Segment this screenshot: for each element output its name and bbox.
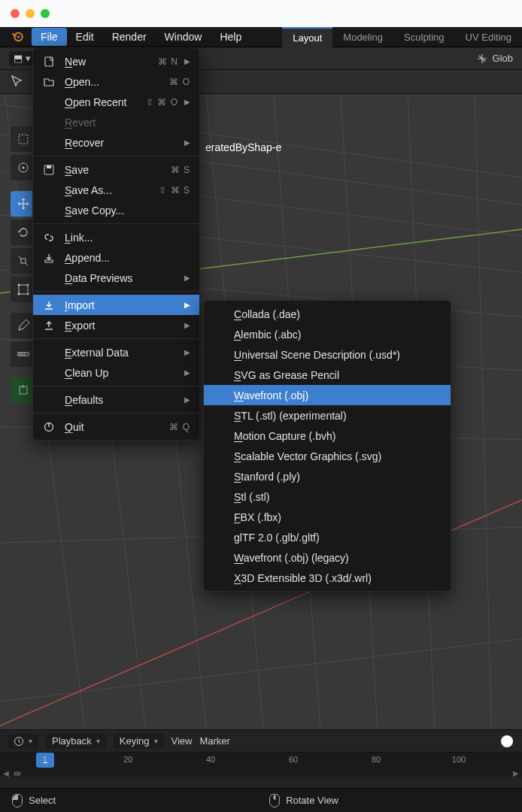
scroll-thumb[interactable] <box>14 771 21 776</box>
timeline-scrollbar[interactable]: ◀ ▶ <box>0 769 522 777</box>
file-menu-clean-up[interactable]: Clean Up▶ <box>33 362 199 383</box>
file-menu-save[interactable]: Save⌘ S <box>33 159 199 180</box>
menu-item-label: Stl (.stl) <box>234 491 420 503</box>
blank-icon <box>42 366 56 380</box>
file-new-icon <box>42 55 56 68</box>
menu-item-label: Recover <box>65 137 178 149</box>
menu-item-label: Save <box>65 164 163 176</box>
submenu-arrow-icon: ▶ <box>184 301 190 309</box>
file-menu-save-as[interactable]: Save As...⇧ ⌘ S <box>33 180 199 200</box>
menu-shortcut: ⌘ O <box>169 77 190 87</box>
mouse-middle-icon <box>269 794 280 807</box>
import-wavefront-obj[interactable]: Wavefront (.obj) <box>204 385 451 405</box>
auto-keying-toggle[interactable] <box>501 735 513 747</box>
import-stl-stl-experimental[interactable]: STL (.stl) (experimental) <box>204 405 451 426</box>
menu-item-label: Save As... <box>65 184 151 196</box>
menu-item-label: Link... <box>65 232 190 244</box>
file-menu-save-copy[interactable]: Save Copy... <box>33 200 199 220</box>
timeline-playback[interactable]: Playback ▾ <box>46 733 106 749</box>
menu-item-label: Open Recent <box>65 96 138 108</box>
workspace-tab-uv-editing[interactable]: UV Editing <box>455 28 522 47</box>
menu-item-label: Motion Capture (.bvh) <box>234 430 420 442</box>
timeline-tick: 80 <box>372 755 381 764</box>
file-menu-recover[interactable]: Recover▶ <box>33 132 199 153</box>
file-menu-external-data[interactable]: External Data▶ <box>33 342 199 362</box>
import-stanford-ply[interactable]: Stanford (.ply) <box>204 466 451 486</box>
close-window-button[interactable] <box>11 9 20 18</box>
submenu-arrow-icon: ▶ <box>184 321 190 329</box>
timeline-editor-type[interactable]: ▾ <box>8 734 38 749</box>
menubar-edit[interactable]: Edit <box>67 28 103 46</box>
svg-rect-32 <box>45 57 53 66</box>
menu-shortcut: ⌘ Q <box>169 422 190 432</box>
import-svg-as-grease-pencil[interactable]: SVG as Grease Pencil <box>204 365 451 385</box>
timeline-marker[interactable]: Marker <box>199 735 229 747</box>
workspace-tab-sculpting[interactable]: Sculpting <box>393 28 454 47</box>
import-collada-dae[interactable]: Collada (.dae) <box>204 304 451 324</box>
workspace-tab-layout[interactable]: Layout <box>282 27 332 47</box>
append-icon <box>42 251 56 265</box>
menu-item-label: FBX (.fbx) <box>234 511 420 523</box>
file-menu-append[interactable]: Append... <box>33 247 199 268</box>
orientation-global[interactable]: Glob <box>476 53 513 65</box>
scroll-left-icon[interactable]: ◀ <box>3 769 9 777</box>
menubar-render[interactable]: Render <box>103 28 156 46</box>
timeline-ruler[interactable]: 1 120406080100 <box>0 753 522 769</box>
menu-item-label: Wavefront (.obj) <box>234 389 420 401</box>
menu-shortcut: ⇧ ⌘ S <box>159 185 190 195</box>
file-menu-export[interactable]: Export▶ <box>33 315 199 335</box>
menu-shortcut: ⇧ ⌘ O <box>146 97 178 108</box>
import-stl-stl[interactable]: Stl (.stl) <box>204 486 451 507</box>
import-scalable-vector-graphics-svg[interactable]: Scalable Vector Graphics (.svg) <box>204 446 451 466</box>
menu-item-label: Stanford (.ply) <box>234 471 420 483</box>
file-menu-open-recent[interactable]: Open Recent⇧ ⌘ O▶ <box>33 92 199 112</box>
import-gltf-2-0-glb-gltf[interactable]: glTF 2.0 (.glb/.gltf) <box>204 527 451 547</box>
svg-rect-24 <box>21 259 26 263</box>
file-menu-import[interactable]: Import▶ <box>33 295 199 315</box>
file-menu-open[interactable]: Open...⌘ O <box>33 71 199 92</box>
blank-icon <box>42 204 56 217</box>
svg-rect-30 <box>18 353 29 356</box>
menu-separator <box>33 291 199 292</box>
menu-item-label: Open... <box>65 76 162 88</box>
submenu-arrow-icon: ▶ <box>184 57 190 65</box>
clock-icon <box>14 736 24 747</box>
scroll-right-icon[interactable]: ▶ <box>513 769 519 777</box>
import-universal-scene-description-usd[interactable]: Universal Scene Description (.usd*) <box>204 344 451 365</box>
file-menu-link[interactable]: Link... <box>33 227 199 247</box>
file-menu-quit[interactable]: Quit⌘ Q <box>33 417 199 437</box>
minimize-window-button[interactable] <box>26 9 35 18</box>
file-menu-revert: Revert <box>33 112 199 132</box>
menu-separator <box>33 413 199 414</box>
global-axes-icon <box>476 53 488 65</box>
svg-line-18 <box>474 94 493 729</box>
import-fbx-fbx[interactable]: FBX (.fbx) <box>204 507 451 527</box>
viewport-object-label: eratedByShap-e <box>205 141 281 153</box>
menu-item-label: Data Previews <box>65 272 178 284</box>
menubar-window[interactable]: Window <box>156 28 211 46</box>
import-x3d-extensible-3d-x3d-wrl[interactable]: X3D Extensible 3D (.x3d/.wrl) <box>204 568 451 588</box>
object-mode-dropdown-icon[interactable]: ⬒ ▾ <box>9 51 35 65</box>
import-wavefront-obj-legacy[interactable]: Wavefront (.obj) (legacy) <box>204 547 451 568</box>
export-icon <box>42 319 56 332</box>
maximize-window-button[interactable] <box>41 9 50 18</box>
import-alembic-abc[interactable]: Alembic (.abc) <box>204 324 451 344</box>
svg-point-29 <box>27 293 29 295</box>
menubar-file[interactable]: File <box>32 28 67 46</box>
timeline-view[interactable]: View <box>171 735 193 747</box>
file-menu-new[interactable]: New⌘ N▶ <box>33 51 199 71</box>
menubar-help[interactable]: Help <box>211 28 250 46</box>
svg-rect-34 <box>47 165 51 168</box>
file-menu-data-previews[interactable]: Data Previews▶ <box>33 268 199 288</box>
workspace-tab-modeling[interactable]: Modeling <box>332 28 393 47</box>
file-menu-defaults[interactable]: Defaults▶ <box>33 389 199 410</box>
timeline-keying[interactable]: Keying ▾ <box>114 733 164 749</box>
svg-point-28 <box>18 293 20 295</box>
timeline-tick: 20 <box>123 755 132 764</box>
blender-logo-icon <box>11 30 24 44</box>
timeline-panel: ▾ Playback ▾ Keying ▾ View Marker 1 1204… <box>0 729 522 788</box>
timeline-tick: 60 <box>289 755 298 764</box>
import-motion-capture-bvh[interactable]: Motion Capture (.bvh) <box>204 426 451 446</box>
svg-rect-21 <box>19 135 28 144</box>
main-menubar: FileEditRenderWindowHelp LayoutModelingS… <box>0 27 522 47</box>
